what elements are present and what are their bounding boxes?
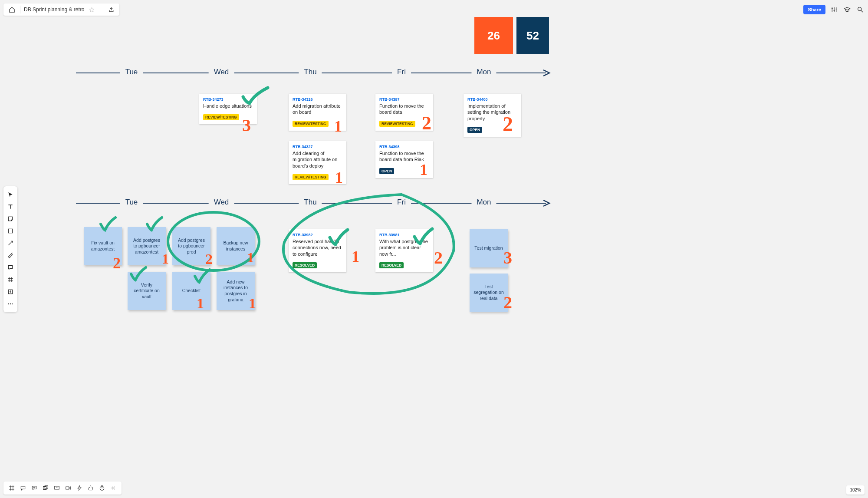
hand-number: 1 — [197, 295, 204, 312]
screen-share-icon — [54, 485, 60, 491]
topbar: DB Sprint planning & retro Share — [3, 3, 865, 16]
svg-point-6 — [12, 303, 13, 304]
timeline2-day-wed: Wed — [209, 198, 234, 207]
bb-collapse[interactable] — [108, 483, 118, 493]
graduation-cap-icon — [844, 6, 851, 13]
comment-icon — [7, 264, 13, 270]
hand-number: 1 — [334, 117, 342, 135]
star-icon — [89, 7, 95, 13]
sticky-note[interactable]: Verify certificate on vault — [128, 272, 166, 310]
tool-select[interactable] — [5, 189, 16, 200]
tool-arrow[interactable] — [5, 237, 16, 249]
hand-number: 1 — [162, 251, 169, 267]
ticket-status: REVIEW/TESTING — [379, 121, 415, 127]
learn-button[interactable] — [843, 5, 852, 14]
counter-navy[interactable]: 52 — [516, 17, 549, 54]
jira-card[interactable]: RTB-33982 Reserved pool has 20 connectio… — [289, 229, 346, 272]
bb-frames[interactable] — [7, 483, 16, 493]
timeline1-day-tue: Tue — [120, 68, 143, 76]
timeline-2: Tue Wed Thu Fri Mon — [76, 198, 550, 208]
cursor-icon — [7, 191, 13, 198]
tool-upload[interactable] — [5, 286, 16, 297]
hand-number: 2 — [503, 112, 513, 136]
tool-pen[interactable] — [5, 250, 16, 261]
ticket-status: RESOLVED — [293, 262, 317, 268]
sticky-text: Fix vault on amazontest — [87, 240, 118, 252]
hand-number: 1 — [352, 247, 359, 266]
export-icon — [108, 7, 114, 13]
more-icon — [7, 301, 13, 307]
topbar-left: DB Sprint planning & retro — [3, 3, 119, 16]
jira-card[interactable]: RTB-33981 With what postgres the problem… — [375, 229, 433, 272]
hand-number: 1 — [249, 295, 256, 312]
bb-screen[interactable] — [52, 483, 62, 493]
tool-sticky[interactable] — [5, 213, 16, 224]
counter-orange[interactable]: 26 — [474, 17, 513, 54]
zoom-indicator[interactable]: 102% — [846, 485, 865, 495]
svg-point-5 — [10, 303, 11, 304]
sticky-note[interactable]: Test migration — [470, 229, 508, 267]
thumbs-up-icon — [88, 485, 94, 491]
frame-icon — [9, 485, 15, 491]
tool-frame[interactable] — [5, 274, 16, 285]
ticket-id: RTB-33982 — [293, 233, 342, 237]
divider — [20, 6, 20, 13]
bb-activity[interactable] — [75, 483, 84, 493]
sticky-note[interactable]: Add postgres to pgbouncer prod — [172, 227, 210, 265]
timeline1-day-mon: Mon — [471, 68, 496, 76]
star-button[interactable] — [87, 5, 96, 14]
svg-rect-2 — [8, 229, 12, 233]
bb-timer[interactable] — [97, 483, 107, 493]
bb-cards[interactable] — [41, 483, 50, 493]
chevrons-left-icon — [110, 485, 116, 491]
hand-number: 1 — [420, 161, 427, 179]
pen-icon — [7, 252, 13, 258]
sticky-text: Verify certificate on vault — [131, 282, 162, 300]
search-button[interactable] — [856, 5, 865, 14]
bottombar — [3, 482, 122, 495]
timeline1-day-thu: Thu — [299, 68, 322, 76]
canvas[interactable]: 26 52 Tue Wed Thu Fri Mon RTB-34273 Hand… — [0, 0, 868, 498]
ticket-title: With what postgres the problem is not cl… — [379, 238, 429, 257]
home-button[interactable] — [7, 5, 16, 14]
settings-button[interactable] — [830, 5, 838, 14]
search-icon — [857, 6, 864, 13]
timeline1-day-fri: Fri — [392, 68, 411, 76]
topbar-right: Share — [803, 5, 865, 14]
sticky-note[interactable]: Add postgres to pgbouncer amazontest — [128, 227, 166, 265]
sticky-note[interactable]: Checklist — [172, 272, 210, 310]
tool-shape[interactable] — [5, 225, 16, 237]
ticket-title: Reserved pool has 20 connections now, ne… — [293, 238, 342, 257]
bb-reactions[interactable] — [86, 483, 95, 493]
timeline-1: Tue Wed Thu Fri Mon — [76, 68, 550, 78]
hand-number: 2 — [113, 254, 121, 272]
timeline2-day-thu: Thu — [299, 198, 322, 207]
ticket-title: Add clearing of migration attribute on b… — [293, 150, 342, 169]
sticky-text: Checklist — [182, 288, 201, 294]
home-icon — [9, 7, 15, 13]
ticket-title: Handle edge situations — [203, 103, 253, 109]
board-title[interactable]: DB Sprint planning & retro — [24, 7, 84, 13]
chat-lines-icon — [31, 485, 37, 491]
arrow-icon — [7, 240, 13, 246]
hand-number: 2 — [205, 251, 213, 267]
ticket-status: OPEN — [467, 127, 482, 133]
ticket-id: RTB-33981 — [379, 233, 429, 237]
frame-icon — [7, 277, 13, 283]
sliders-icon — [831, 6, 838, 13]
export-button[interactable] — [106, 5, 116, 14]
tool-more[interactable] — [5, 298, 16, 310]
hand-number: 3 — [242, 115, 251, 135]
text-icon — [7, 204, 13, 210]
sticky-note[interactable]: Test segregation on real data — [470, 274, 508, 312]
hand-number: 1 — [247, 250, 254, 266]
bb-comments[interactable] — [18, 483, 28, 493]
tool-text[interactable] — [5, 201, 16, 212]
svg-point-4 — [8, 303, 9, 304]
bb-video[interactable] — [63, 483, 73, 493]
share-button[interactable]: Share — [803, 5, 825, 14]
bb-notes[interactable] — [30, 483, 39, 493]
divider — [100, 6, 100, 13]
tool-comment[interactable] — [5, 262, 16, 273]
ticket-status: OPEN — [379, 168, 394, 174]
